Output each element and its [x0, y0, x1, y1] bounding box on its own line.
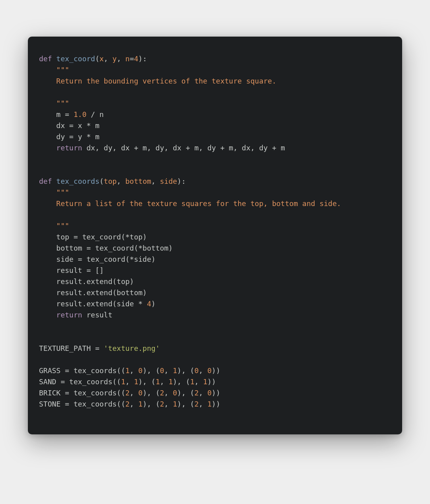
number: 2: [125, 400, 130, 408]
number: 1: [203, 378, 207, 386]
assignment: SAND = tex_coords((: [39, 378, 121, 386]
number: 1: [156, 378, 160, 386]
return-expression: result: [82, 311, 112, 319]
number: 0: [138, 366, 143, 375]
comma: ,: [117, 177, 125, 185]
number: 2: [160, 389, 164, 397]
operator: =: [65, 110, 74, 119]
param-top: top: [104, 177, 117, 185]
docstring-text: Return the bounding vertices of the text…: [39, 77, 276, 85]
function-name: tex_coords: [56, 177, 99, 185]
number: 1: [173, 366, 177, 375]
paren-open: (: [100, 177, 104, 185]
docstring-close: """: [39, 222, 69, 230]
keyword-def: def: [39, 177, 52, 185]
string-literal: 'texture.png': [104, 344, 160, 352]
number: 0: [207, 389, 212, 397]
number: 1: [134, 378, 138, 386]
number: 1: [138, 400, 143, 408]
comma: ,: [117, 54, 125, 63]
number: 1: [173, 400, 177, 408]
code-block: def tex_coord(x, y, n=4): """ Return the…: [39, 53, 391, 410]
number: 2: [194, 389, 199, 397]
assignment: TEXTURE_PATH =: [39, 344, 104, 352]
param-n: n: [125, 54, 130, 63]
code-card: def tex_coord(x, y, n=4): """ Return the…: [28, 37, 402, 434]
code-line: result.extend(side *: [56, 300, 147, 308]
code-line: top = tex_coord(*top): [56, 233, 147, 241]
number: 4: [147, 300, 151, 308]
number: 2: [125, 389, 130, 397]
comma: ,: [151, 177, 160, 185]
code-line: result.extend(top): [56, 277, 134, 286]
number: 0: [138, 389, 143, 397]
assignment: STONE = tex_coords((: [39, 400, 125, 408]
number: 1: [125, 366, 130, 375]
number: 1.0: [74, 110, 87, 119]
number: 1: [207, 400, 212, 408]
code-line: ): [151, 300, 156, 308]
equals: =: [130, 54, 134, 63]
return-expression: dx, dy, dx + m, dy, dx + m, dy + m, dx, …: [82, 144, 285, 152]
keyword-return: return: [56, 144, 82, 152]
param-bottom: bottom: [125, 177, 151, 185]
number: 1: [121, 378, 125, 386]
docstring-text: Return a list of the texture squares for…: [39, 199, 341, 208]
number: 1: [168, 378, 173, 386]
number: 2: [194, 400, 199, 408]
docstring-close: """: [39, 99, 69, 107]
docstring-open: """: [56, 188, 69, 197]
param-side: side: [160, 177, 177, 185]
paren-close: ):: [138, 54, 147, 63]
code-line: side = tex_coord(*side): [56, 255, 155, 263]
assignment: BRICK = tex_coords((: [39, 389, 125, 397]
code-line: / n: [86, 110, 104, 119]
param-n-default: 4: [134, 54, 139, 63]
code-line: m: [56, 110, 65, 119]
code-line: dy = y * m: [56, 132, 99, 141]
number: 0: [160, 366, 164, 375]
code-line: dx = x * m: [56, 121, 99, 130]
code-line: result.extend(bottom): [56, 288, 147, 297]
number: 0: [173, 389, 177, 397]
keyword-def: def: [39, 54, 52, 63]
paren-close: ):: [177, 177, 186, 185]
docstring-open: """: [56, 66, 69, 74]
code-line: bottom = tex_coord(*bottom): [56, 244, 173, 252]
number: 0: [194, 366, 199, 375]
param-x: x: [100, 54, 104, 63]
comma: ,: [104, 54, 113, 63]
param-y: y: [112, 54, 117, 63]
keyword-return: return: [56, 311, 82, 319]
number: 0: [207, 366, 212, 375]
code-line: result = []: [56, 266, 104, 274]
paren-open: (: [95, 54, 100, 63]
assignment: GRASS = tex_coords((: [39, 366, 125, 375]
number: 1: [190, 378, 194, 386]
number: 2: [160, 400, 164, 408]
function-name: tex_coord: [56, 54, 95, 63]
